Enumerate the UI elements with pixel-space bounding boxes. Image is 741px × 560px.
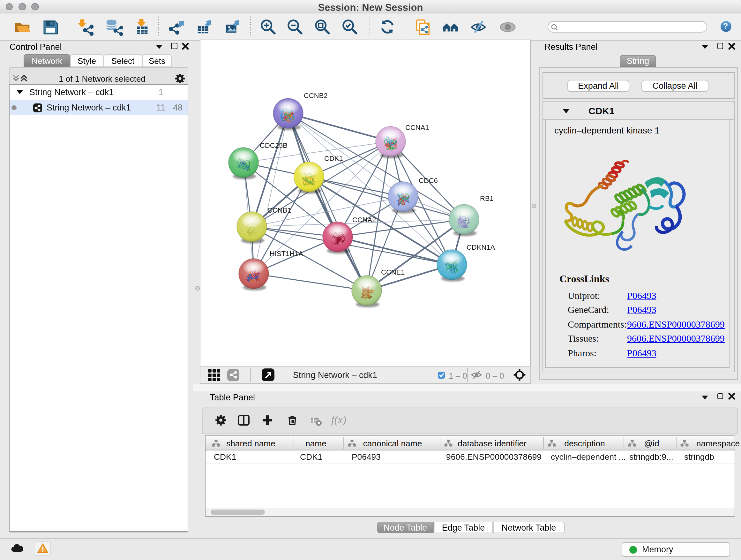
svg-text:CCNB2: CCNB2: [304, 91, 328, 99]
svg-text:CCNE1: CCNE1: [381, 268, 405, 276]
svg-text:HIST1H1A: HIST1H1A: [270, 249, 303, 257]
svg-text:CDKN1A: CDKN1A: [467, 243, 495, 251]
svg-text:CCNA1: CCNA1: [405, 123, 429, 131]
svg-text:CDC6: CDC6: [419, 176, 438, 184]
svg-text:CDK1: CDK1: [324, 154, 343, 162]
svg-text:CCNB1: CCNB1: [267, 206, 291, 214]
svg-text:RB1: RB1: [480, 194, 494, 202]
svg-text:CDC25B: CDC25B: [260, 141, 287, 149]
svg-text:CCNA2: CCNA2: [352, 215, 376, 224]
